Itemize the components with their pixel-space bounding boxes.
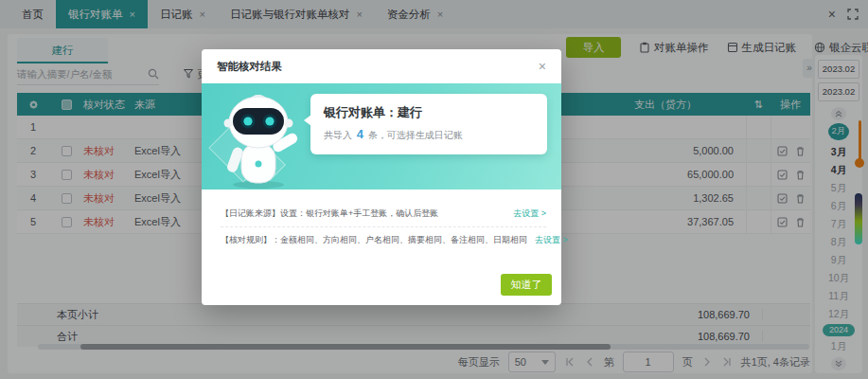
modal-title: 智能核对结果 xyxy=(217,60,282,74)
import-count: 4 xyxy=(355,127,365,141)
smart-check-modal: 智能核对结果 × xyxy=(202,49,561,305)
result-import-summary: 共导入 4 条，可选择生成日记账 xyxy=(324,127,534,142)
modal-banner: 银行对账单：建行 共导入 4 条，可选择生成日记账 xyxy=(202,83,561,190)
modal-header: 智能核对结果 × xyxy=(202,49,561,83)
goto-settings-link[interactable]: 去设置 > xyxy=(535,234,568,246)
result-bank-title: 银行对账单：建行 xyxy=(324,104,534,121)
check-rule-text: 【核对规则】：金额相同、方向相同、户名相同、摘要相同、备注相同、日期相同 xyxy=(221,234,527,246)
speech-tail xyxy=(304,115,311,126)
journal-source-rule: 【日记账来源】设置：银行对账单+手工登账，确认后登账 去设置 > xyxy=(221,201,546,226)
import-summary-post: 条，可选择生成日记账 xyxy=(368,130,463,140)
journal-source-text: 【日记账来源】设置：银行对账单+手工登账，确认后登账 xyxy=(221,208,438,220)
result-card: 银行对账单：建行 共导入 4 条，可选择生成日记账 xyxy=(310,94,547,154)
check-rule: 【核对规则】：金额相同、方向相同、户名相同、摘要相同、备注相同、日期相同 去设置… xyxy=(221,226,546,253)
ok-button[interactable]: 知道了 xyxy=(501,274,552,296)
import-summary-pre: 共导入 xyxy=(324,130,352,140)
app-root: 首页 银行对账单 × 日记账 × 日记账与银行对账单核对 × 资金分析 × × … xyxy=(0,0,868,379)
modal-rules: 【日记账来源】设置：银行对账单+手工登账，确认后登账 去设置 > 【核对规则】：… xyxy=(221,201,546,253)
goto-settings-link[interactable]: 去设置 > xyxy=(513,208,546,220)
robot-mascot-illustration xyxy=(213,90,304,190)
modal-close-icon[interactable]: × xyxy=(539,60,546,73)
